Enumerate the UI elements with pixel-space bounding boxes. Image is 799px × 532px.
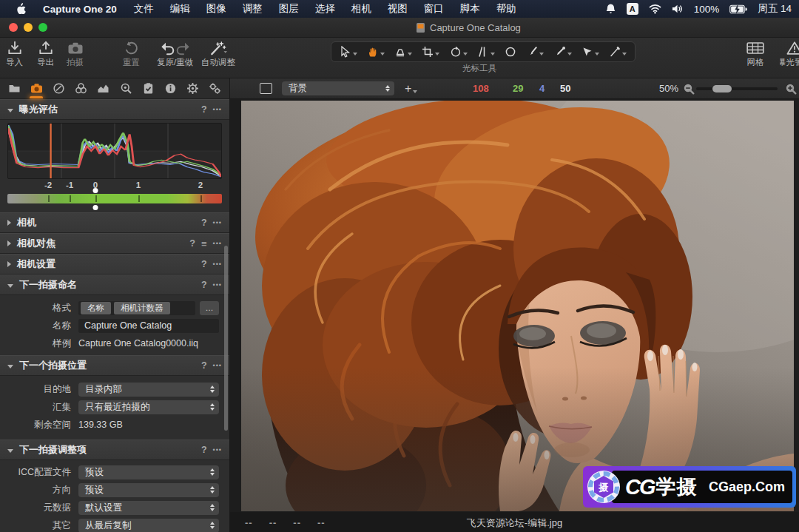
menu-select[interactable]: 选择 [307, 2, 343, 16]
exposure-warning-button[interactable]: 曝光警告 [780, 41, 799, 68]
help-icon[interactable]: ? [201, 259, 207, 269]
panel-header-next-capture-adjustments[interactable]: 下一拍摄调整项 ? ••• [0, 440, 229, 460]
name-input[interactable]: Capture One Catalog [78, 319, 219, 333]
primary-view-button[interactable] [260, 78, 272, 98]
format-more-button[interactable]: … [200, 301, 219, 315]
token-name[interactable]: 名称 [81, 302, 111, 314]
panel-header-camera-focus[interactable]: 相机对焦 ? ≡ ••• [0, 233, 229, 254]
panel-header-next-capture-location[interactable]: 下一个拍摄位置 ? ••• [0, 355, 229, 376]
menu-camera[interactable]: 相机 [343, 2, 380, 16]
draw-mask-tool[interactable] [526, 46, 544, 58]
volume-icon[interactable] [672, 4, 684, 14]
panel-header-camera-settings[interactable]: 相机设置 ? ••• [0, 254, 229, 275]
erase-mask-tool[interactable] [609, 46, 627, 58]
exposure-slider-thumb[interactable] [92, 205, 98, 210]
list-menu-icon[interactable]: ≡ [201, 238, 207, 249]
apple-menu[interactable] [7, 2, 34, 16]
other-select[interactable]: 从最后复制 [78, 519, 219, 532]
photo-image[interactable] [241, 101, 794, 511]
menu-layer[interactable]: 图层 [271, 2, 307, 16]
tab-metadata[interactable] [138, 78, 158, 98]
zoom-out-button[interactable] [683, 78, 695, 98]
help-icon[interactable]: ? [201, 445, 207, 455]
tab-library[interactable] [4, 78, 24, 98]
format-token-field[interactable]: 名称 相机计数器 [78, 301, 195, 315]
chevron-updown-icon [207, 385, 218, 393]
tab-info[interactable] [161, 78, 180, 98]
zoom-slider-thumb[interactable] [712, 85, 732, 92]
zoom-button[interactable] [38, 23, 47, 32]
layer-select[interactable]: 背景 [282, 81, 394, 95]
window-title: Capture One Catalog [430, 22, 521, 33]
help-icon[interactable]: ? [201, 104, 207, 115]
menu-view[interactable]: 视图 [380, 2, 416, 16]
metadata-select[interactable]: 默认设置 [78, 501, 219, 515]
straighten-tool[interactable] [477, 46, 495, 58]
tab-exposure[interactable] [94, 78, 113, 98]
collection-select[interactable]: 只有最近拍摄的 [78, 400, 219, 414]
menu-image[interactable]: 图像 [198, 2, 235, 16]
destination-select[interactable]: 目录内部 [78, 383, 219, 397]
help-icon[interactable]: ? [201, 280, 207, 290]
panel-header-exposure-evaluation[interactable]: 曝光评估 ? ••• [0, 99, 229, 120]
multi-view-button[interactable] [237, 82, 251, 95]
input-source-icon[interactable]: A [627, 3, 638, 15]
row-label: 方向 [0, 484, 78, 496]
menu-file[interactable]: 文件 [126, 2, 162, 16]
menu-help[interactable]: 帮助 [488, 2, 525, 16]
help-icon[interactable]: ? [201, 218, 207, 228]
tab-lens[interactable] [49, 78, 68, 98]
loupe-tool[interactable] [394, 46, 412, 58]
color-picker-tool[interactable] [554, 46, 572, 58]
tab-details[interactable] [116, 78, 135, 98]
wifi-icon[interactable] [649, 4, 661, 14]
zoom-in-button[interactable] [785, 78, 797, 98]
pan-hand-tool[interactable] [367, 46, 385, 58]
close-button[interactable] [9, 23, 18, 32]
panel-header-next-capture-naming[interactable]: 下一拍摄命名 ? ••• [0, 275, 229, 295]
orientation-select[interactable]: 预设 [78, 483, 219, 497]
more-menu-icon[interactable]: ••• [213, 260, 222, 268]
menu-window[interactable]: 窗口 [416, 2, 452, 16]
zoom-slider[interactable] [696, 87, 778, 90]
capture-button[interactable]: 拍摄 [67, 41, 84, 68]
menu-edit[interactable]: 编辑 [162, 2, 198, 16]
tab-process[interactable] [206, 78, 225, 98]
export-button[interactable]: 导出 [37, 41, 54, 68]
menu-clock[interactable]: 周五 14 [758, 2, 792, 16]
help-icon[interactable]: ? [189, 238, 195, 249]
spot-removal-tool[interactable] [505, 46, 516, 58]
more-menu-icon[interactable]: ••• [213, 281, 222, 289]
more-menu-icon[interactable]: ••• [213, 446, 222, 454]
more-menu-icon[interactable]: ••• [213, 362, 222, 369]
icc-profile-select[interactable]: 预设 [78, 465, 219, 479]
token-camera-counter[interactable]: 相机计数器 [114, 302, 170, 314]
minimize-button[interactable] [24, 23, 33, 32]
more-menu-icon[interactable]: ••• [213, 106, 222, 113]
add-layer-button[interactable]: + [405, 78, 417, 98]
undo-redo-button[interactable]: 复原/重做 [157, 41, 193, 68]
select-tool[interactable] [340, 46, 357, 58]
notification-bell-icon[interactable] [605, 3, 616, 15]
menu-adjust[interactable]: 调整 [235, 2, 271, 16]
app-menu[interactable]: Capture One 20 [34, 4, 126, 15]
tab-settings[interactable] [183, 78, 203, 98]
grid-button[interactable]: 网格 [746, 41, 765, 68]
panel-header-camera[interactable]: 相机 ? ••• [0, 212, 229, 233]
gradient-mask-tool[interactable] [581, 46, 599, 58]
exposure-meter[interactable] [7, 194, 222, 203]
sidebar-scrollbar[interactable] [224, 246, 228, 431]
crop-tool[interactable] [422, 46, 439, 58]
help-icon[interactable]: ? [201, 360, 207, 371]
tab-capture[interactable] [27, 78, 46, 98]
import-button[interactable]: 导入 [6, 41, 23, 68]
tab-color[interactable] [72, 78, 91, 98]
reset-button[interactable]: 重置 [123, 41, 140, 68]
row-label: 其它 [0, 519, 78, 532]
more-menu-icon[interactable]: ••• [213, 240, 222, 247]
auto-adjust-button[interactable]: 自动调整 [201, 41, 235, 68]
menu-bar: Capture One 20 文件 编辑 图像 调整 图层 选择 相机 视图 窗… [0, 0, 799, 18]
menu-script[interactable]: 脚本 [452, 2, 488, 16]
rotate-tool[interactable] [450, 46, 468, 58]
more-menu-icon[interactable]: ••• [213, 219, 222, 226]
